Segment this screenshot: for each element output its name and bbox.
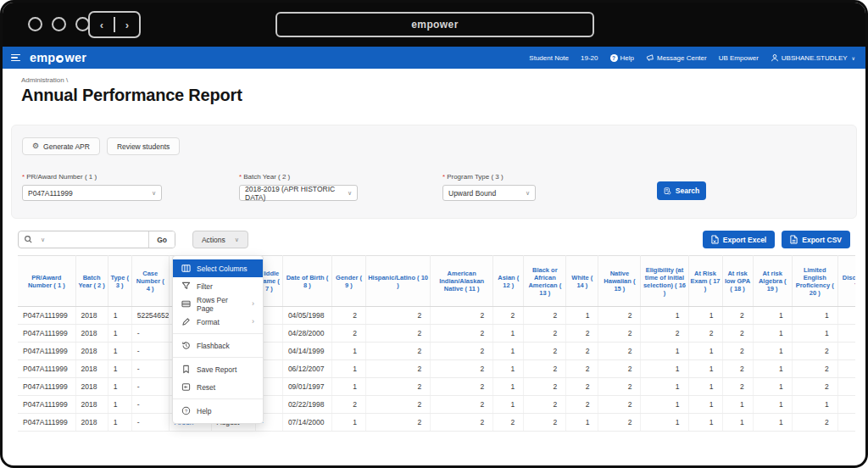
table-cell: 1: [641, 360, 688, 378]
window-close-icon[interactable]: [28, 17, 42, 31]
program-type-select[interactable]: Upward Bound ∨: [442, 185, 536, 201]
column-header[interactable]: At Risk Exam ( 17 ): [688, 256, 722, 307]
required-asterisk: *: [22, 173, 25, 181]
nav-message-center[interactable]: Message Center: [646, 53, 707, 62]
search-scope-dropdown[interactable]: ∨: [19, 235, 50, 244]
table-cell: 52254652: [131, 307, 169, 325]
table-cell: 1: [641, 307, 688, 325]
menu-item-label: Rows Per Page: [197, 296, 246, 313]
table-cell: 1: [753, 414, 792, 432]
forward-icon[interactable]: ›: [125, 19, 129, 31]
nav-ub-empower[interactable]: UB Empower: [719, 54, 759, 62]
review-students-button[interactable]: Review students: [107, 137, 180, 155]
field-label: Batch Year ( 2 ): [243, 173, 290, 181]
menu-item-help[interactable]: ?Help: [173, 402, 263, 420]
table-cell: 2: [792, 360, 837, 378]
table-cell: 2: [493, 307, 524, 325]
column-header[interactable]: Hispanic/Latino ( 10 ): [366, 256, 431, 307]
column-header[interactable]: At risk Algebra ( 19 ): [753, 256, 792, 307]
menu-item-format[interactable]: Format›: [173, 313, 263, 331]
back-icon[interactable]: ‹: [100, 19, 103, 31]
column-header[interactable]: Date of Birth ( 8 ): [282, 256, 331, 307]
table-cell: 2018: [75, 325, 108, 343]
column-header[interactable]: Native Hawaiian ( 15 ): [598, 256, 641, 307]
table-cell: 2018: [75, 343, 108, 360]
table-cell: 2: [366, 414, 431, 432]
table-cell: 2: [524, 360, 566, 378]
table-cell: 1: [753, 343, 792, 360]
table-cell: 2: [566, 325, 598, 343]
go-button[interactable]: Go: [148, 231, 175, 248]
table-cell: 2018: [75, 307, 108, 325]
menu-icon[interactable]: [11, 54, 20, 62]
generate-apr-button[interactable]: ⚙ Generate APR: [22, 137, 100, 155]
pr-award-number-select[interactable]: P047A111999 ∨: [22, 185, 162, 201]
person-icon: [771, 53, 779, 62]
table-cell: 06/12/2007: [282, 360, 331, 378]
table-cell: 2: [566, 360, 598, 378]
breadcrumb[interactable]: Administration \: [21, 76, 865, 84]
help-icon: ?: [181, 406, 191, 415]
csv-file-icon: [790, 235, 798, 244]
address-bar[interactable]: empower: [275, 12, 594, 37]
column-header[interactable]: Eligibility (at time of initial selectio…: [641, 256, 688, 307]
table-row: P047A11199920181-Alv06/12/20071221222112…: [18, 360, 855, 378]
menu-item-reset[interactable]: Reset: [173, 378, 263, 396]
nav-help[interactable]: ? Help: [610, 54, 634, 62]
table-cell: 2: [598, 396, 641, 414]
table-cell: 2: [722, 307, 753, 325]
menu-item-label: Filter: [197, 282, 213, 291]
table-cell: -: [131, 360, 169, 378]
actions-menu: Select ColumnsFilterRows Per Page›Format…: [172, 255, 264, 424]
column-header[interactable]: Asian ( 12 ): [493, 256, 524, 307]
table-search-input[interactable]: [50, 231, 148, 248]
logo-o-icon: [56, 55, 64, 63]
batch-year-select[interactable]: 2018-2019 (APR HISTORIC DATA) ∨: [239, 185, 358, 201]
menu-item-rows-per-page[interactable]: Rows Per Page›: [173, 295, 263, 313]
column-header[interactable]: Disconnected Youth: [837, 256, 855, 307]
column-header[interactable]: Case Number ( 4 ): [131, 256, 169, 307]
actions-button[interactable]: Actions ∨: [192, 231, 248, 248]
table-cell: 2: [722, 378, 753, 396]
table-cell: P047A111999: [18, 414, 75, 432]
table-cell: [837, 414, 855, 432]
nav-student-note[interactable]: Student Note: [529, 54, 569, 62]
field-program-type: *Program Type ( 3 ) Upward Bound ∨: [442, 173, 536, 201]
nav-user-account[interactable]: UBSHANE.STUDLEY ∨: [771, 53, 855, 62]
rows-per-page-icon: [181, 299, 191, 309]
table-cell: 04/14/1999: [282, 343, 331, 360]
menu-item-save-report[interactable]: Save Report: [173, 360, 263, 378]
column-header[interactable]: White ( 14 ): [566, 256, 598, 307]
column-header[interactable]: Batch Year ( 2 ): [75, 256, 108, 307]
table-cell: 2: [598, 307, 641, 325]
menu-item-flashback[interactable]: Flashback: [173, 337, 263, 354]
table-cell: 2: [598, 360, 641, 378]
table-cell: 2: [524, 307, 566, 325]
search-button[interactable]: Search: [657, 181, 706, 200]
menu-item-filter[interactable]: Filter: [173, 277, 263, 295]
selected-value: P047A111999: [28, 189, 73, 198]
menu-item-label: Save Report: [197, 365, 236, 374]
table-cell: 1: [331, 378, 365, 396]
window-minimize-icon[interactable]: [52, 17, 66, 31]
table-cell: 2: [431, 307, 493, 325]
column-header[interactable]: American Indian/Alaskan Native ( 11 ): [431, 256, 493, 307]
table-cell: P047A111999: [18, 343, 75, 360]
menu-item-label: Reset: [197, 383, 215, 392]
column-header[interactable]: PR/Award Number ( 1 ): [18, 256, 75, 307]
table-cell: [837, 325, 855, 343]
table-cell: 2: [431, 396, 493, 414]
column-header[interactable]: Black or African American ( 13 ): [524, 256, 566, 307]
column-header[interactable]: Type ( 3 ): [108, 256, 131, 307]
nav-year-19-20[interactable]: 19-20: [581, 54, 598, 62]
column-header[interactable]: Gender ( 9 ): [331, 256, 365, 307]
export-excel-button[interactable]: Export Excel: [703, 231, 776, 248]
chevron-down-icon: ∨: [852, 55, 855, 61]
column-header[interactable]: At risk low GPA ( 18 ): [722, 256, 753, 307]
menu-divider: [173, 333, 263, 334]
menu-item-select-columns[interactable]: Select Columns: [173, 259, 263, 277]
column-header[interactable]: Limited English Proficiency ( 20 ): [792, 256, 837, 307]
field-pr-award-number: *PR/Award Number ( 1 ) P047A111999 ∨: [22, 173, 162, 201]
table-cell: 1: [688, 360, 722, 378]
export-csv-button[interactable]: Export CSV: [782, 231, 850, 248]
